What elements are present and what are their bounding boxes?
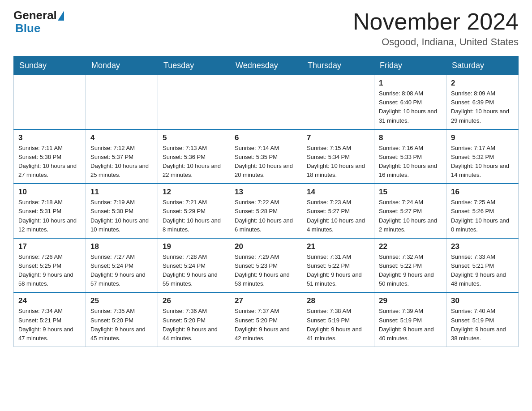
calendar-week-5: 24Sunrise: 7:34 AMSunset: 5:21 PMDayligh… [14, 292, 519, 347]
day-info: Sunrise: 7:36 AMSunset: 5:20 PMDaylight:… [163, 307, 225, 343]
day-number: 7 [307, 133, 369, 142]
day-number: 20 [235, 242, 297, 251]
calendar-cell: 4Sunrise: 7:12 AMSunset: 5:37 PMDaylight… [86, 129, 158, 184]
day-number: 27 [235, 296, 297, 305]
day-info: Sunrise: 7:15 AMSunset: 5:34 PMDaylight:… [307, 144, 369, 180]
day-info: Sunrise: 7:34 AMSunset: 5:21 PMDaylight:… [18, 307, 81, 343]
day-number: 3 [18, 133, 81, 142]
day-info: Sunrise: 7:17 AMSunset: 5:32 PMDaylight:… [451, 144, 514, 180]
location-label: Osgood, Indiana, United States [353, 36, 519, 48]
day-number: 24 [18, 296, 81, 305]
day-info: Sunrise: 7:38 AMSunset: 5:19 PMDaylight:… [307, 307, 369, 343]
day-info: Sunrise: 7:11 AMSunset: 5:38 PMDaylight:… [18, 144, 81, 180]
calendar-week-3: 10Sunrise: 7:18 AMSunset: 5:31 PMDayligh… [14, 184, 519, 238]
calendar-cell [158, 75, 230, 129]
calendar-cell [86, 75, 158, 129]
day-info: Sunrise: 7:16 AMSunset: 5:33 PMDaylight:… [379, 144, 442, 180]
calendar-cell: 25Sunrise: 7:35 AMSunset: 5:20 PMDayligh… [86, 292, 158, 347]
page-header: General Blue November 2024 Osgood, India… [13, 9, 519, 48]
day-number: 29 [379, 296, 442, 305]
day-number: 30 [451, 296, 514, 305]
day-info: Sunrise: 7:40 AMSunset: 5:19 PMDaylight:… [451, 307, 514, 343]
logo-triangle-icon [58, 11, 64, 21]
day-info: Sunrise: 8:09 AMSunset: 6:39 PMDaylight:… [451, 89, 514, 125]
calendar-cell: 3Sunrise: 7:11 AMSunset: 5:38 PMDaylight… [14, 129, 86, 184]
day-info: Sunrise: 7:12 AMSunset: 5:37 PMDaylight:… [90, 144, 153, 180]
month-title: November 2024 [353, 9, 519, 34]
day-number: 10 [18, 188, 81, 197]
day-number: 25 [90, 296, 153, 305]
day-number: 11 [90, 188, 153, 197]
calendar-header-row: SundayMondayTuesdayWednesdayThursdayFrid… [14, 56, 519, 75]
weekday-header-wednesday: Wednesday [230, 56, 302, 75]
day-info: Sunrise: 7:18 AMSunset: 5:31 PMDaylight:… [18, 198, 81, 234]
calendar-cell: 28Sunrise: 7:38 AMSunset: 5:19 PMDayligh… [302, 292, 374, 347]
calendar-cell: 24Sunrise: 7:34 AMSunset: 5:21 PMDayligh… [14, 292, 86, 347]
day-info: Sunrise: 7:37 AMSunset: 5:20 PMDaylight:… [235, 307, 297, 343]
day-info: Sunrise: 7:28 AMSunset: 5:24 PMDaylight:… [163, 253, 225, 289]
weekday-header-saturday: Saturday [446, 56, 519, 75]
calendar-cell [14, 75, 86, 129]
calendar-cell: 2Sunrise: 8:09 AMSunset: 6:39 PMDaylight… [446, 75, 519, 129]
day-info: Sunrise: 7:35 AMSunset: 5:20 PMDaylight:… [90, 307, 153, 343]
day-number: 1 [379, 79, 442, 88]
day-number: 14 [307, 188, 369, 197]
day-number: 15 [379, 188, 442, 197]
calendar-cell: 20Sunrise: 7:29 AMSunset: 5:23 PMDayligh… [230, 238, 302, 293]
day-info: Sunrise: 7:29 AMSunset: 5:23 PMDaylight:… [235, 253, 297, 289]
weekday-header-monday: Monday [86, 56, 158, 75]
calendar-cell: 15Sunrise: 7:24 AMSunset: 5:27 PMDayligh… [374, 184, 446, 238]
day-number: 2 [451, 79, 514, 88]
calendar-cell: 9Sunrise: 7:17 AMSunset: 5:32 PMDaylight… [446, 129, 519, 184]
day-info: Sunrise: 7:31 AMSunset: 5:22 PMDaylight:… [307, 253, 369, 289]
calendar-cell: 12Sunrise: 7:21 AMSunset: 5:29 PMDayligh… [158, 184, 230, 238]
day-number: 9 [451, 133, 514, 142]
day-info: Sunrise: 7:21 AMSunset: 5:29 PMDaylight:… [163, 198, 225, 234]
day-info: Sunrise: 7:23 AMSunset: 5:27 PMDaylight:… [307, 198, 369, 234]
day-info: Sunrise: 8:08 AMSunset: 6:40 PMDaylight:… [379, 89, 442, 125]
day-info: Sunrise: 7:22 AMSunset: 5:28 PMDaylight:… [235, 198, 297, 234]
calendar-week-1: 1Sunrise: 8:08 AMSunset: 6:40 PMDaylight… [14, 75, 519, 129]
day-info: Sunrise: 7:19 AMSunset: 5:30 PMDaylight:… [90, 198, 153, 234]
day-info: Sunrise: 7:39 AMSunset: 5:19 PMDaylight:… [379, 307, 442, 343]
day-number: 28 [307, 296, 369, 305]
calendar-cell: 5Sunrise: 7:13 AMSunset: 5:36 PMDaylight… [158, 129, 230, 184]
calendar-cell: 14Sunrise: 7:23 AMSunset: 5:27 PMDayligh… [302, 184, 374, 238]
day-number: 12 [163, 188, 225, 197]
day-info: Sunrise: 7:13 AMSunset: 5:36 PMDaylight:… [163, 144, 225, 180]
day-number: 19 [163, 242, 225, 251]
day-info: Sunrise: 7:14 AMSunset: 5:35 PMDaylight:… [235, 144, 297, 180]
day-number: 21 [307, 242, 369, 251]
logo-blue-text: Blue [15, 22, 40, 35]
calendar-cell: 23Sunrise: 7:33 AMSunset: 5:21 PMDayligh… [446, 238, 519, 293]
calendar-cell: 27Sunrise: 7:37 AMSunset: 5:20 PMDayligh… [230, 292, 302, 347]
calendar-cell: 30Sunrise: 7:40 AMSunset: 5:19 PMDayligh… [446, 292, 519, 347]
calendar-cell [302, 75, 374, 129]
calendar-cell: 13Sunrise: 7:22 AMSunset: 5:28 PMDayligh… [230, 184, 302, 238]
calendar-cell [230, 75, 302, 129]
day-number: 18 [90, 242, 153, 251]
calendar-cell: 22Sunrise: 7:32 AMSunset: 5:22 PMDayligh… [374, 238, 446, 293]
day-info: Sunrise: 7:32 AMSunset: 5:22 PMDaylight:… [379, 253, 442, 289]
day-number: 5 [163, 133, 225, 142]
day-info: Sunrise: 7:25 AMSunset: 5:26 PMDaylight:… [451, 198, 514, 234]
weekday-header-tuesday: Tuesday [158, 56, 230, 75]
day-number: 16 [451, 188, 514, 197]
calendar-week-4: 17Sunrise: 7:26 AMSunset: 5:25 PMDayligh… [14, 238, 519, 293]
day-info: Sunrise: 7:33 AMSunset: 5:21 PMDaylight:… [451, 253, 514, 289]
calendar-cell: 7Sunrise: 7:15 AMSunset: 5:34 PMDaylight… [302, 129, 374, 184]
day-number: 13 [235, 188, 297, 197]
day-number: 17 [18, 242, 81, 251]
calendar-cell: 26Sunrise: 7:36 AMSunset: 5:20 PMDayligh… [158, 292, 230, 347]
day-number: 22 [379, 242, 442, 251]
calendar-cell: 8Sunrise: 7:16 AMSunset: 5:33 PMDaylight… [374, 129, 446, 184]
calendar-week-2: 3Sunrise: 7:11 AMSunset: 5:38 PMDaylight… [14, 129, 519, 184]
day-number: 26 [163, 296, 225, 305]
weekday-header-sunday: Sunday [14, 56, 86, 75]
calendar-table: SundayMondayTuesdayWednesdayThursdayFrid… [13, 56, 519, 347]
calendar-cell: 16Sunrise: 7:25 AMSunset: 5:26 PMDayligh… [446, 184, 519, 238]
calendar-cell: 6Sunrise: 7:14 AMSunset: 5:35 PMDaylight… [230, 129, 302, 184]
calendar-cell: 11Sunrise: 7:19 AMSunset: 5:30 PMDayligh… [86, 184, 158, 238]
calendar-cell: 29Sunrise: 7:39 AMSunset: 5:19 PMDayligh… [374, 292, 446, 347]
day-number: 6 [235, 133, 297, 142]
